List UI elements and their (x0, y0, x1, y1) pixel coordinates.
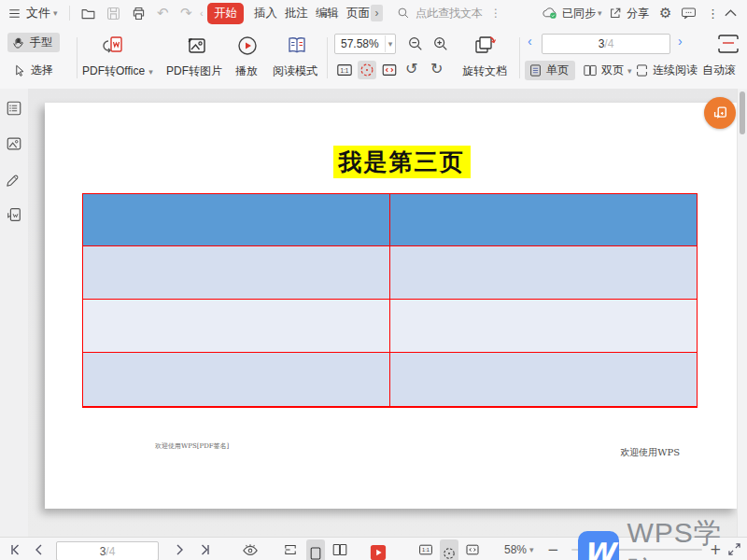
tab-scroll-left[interactable]: ‹ (200, 0, 204, 26)
pdf-to-office-icon-wrap[interactable] (101, 34, 125, 58)
page-number-input-bottom[interactable]: 3/4 (56, 539, 159, 560)
file-menu[interactable]: 文件 ▾ (26, 0, 58, 26)
pdf-to-image-button[interactable]: PDF转图片 (166, 63, 222, 79)
zoom-value: 57.58% (335, 37, 385, 50)
fit-page-button[interactable] (358, 61, 376, 79)
rotate-left-button[interactable]: ↺ (405, 60, 417, 77)
chevron-left-icon: ‹ (528, 34, 532, 49)
play-red-icon (370, 544, 387, 560)
cursor-icon (13, 63, 27, 77)
search-more-icon[interactable]: ⋮ (490, 7, 501, 20)
pdf-to-office-button[interactable]: PDF转Office ▾ (82, 63, 153, 79)
continuous-layout-button[interactable] (283, 538, 298, 560)
select-tool-label: 选择 (31, 63, 53, 78)
document-canvas[interactable]: 我是第三页 欢迎使用WPS[PDF签名] 欢迎使用WPS (28, 89, 738, 537)
pdf-to-office-label: PDF转Office (82, 63, 145, 79)
sync-caret-icon: ▾ (598, 8, 602, 18)
collapse-toolbar-button[interactable] (724, 0, 738, 26)
fit-width-button-bottom[interactable] (465, 538, 480, 560)
wps-logo-icon: W (578, 531, 619, 560)
redo-icon: ↷ (180, 5, 192, 21)
tab-home[interactable]: 开始 (207, 0, 244, 26)
play-button[interactable]: 播放 (235, 63, 258, 79)
wps-pdf-window: 文件 ▾ ↶ ↷ ‹ 开始 插入 批注 编辑 页面 › 点此查 (0, 0, 747, 560)
outline-panel-button[interactable] (6, 100, 22, 117)
prev-page-button-bottom[interactable] (34, 538, 43, 560)
auto-scroll-button[interactable]: 自动滚 (702, 61, 747, 80)
continuous-read-button[interactable]: 连续阅读 (633, 61, 699, 80)
next-page-button-bottom[interactable] (176, 538, 185, 560)
single-page-icon (308, 546, 323, 560)
redo-button[interactable]: ↷ (180, 0, 192, 26)
single-page-button[interactable]: 单页 (525, 61, 575, 80)
rotate-doc-icon-wrap[interactable] (472, 34, 498, 58)
signature-panel-button[interactable] (6, 171, 22, 188)
sync-status[interactable]: 已同步 ▾ (542, 0, 602, 26)
scrollbar-thumb[interactable] (740, 91, 745, 134)
pdf-to-image-icon-wrap[interactable] (185, 34, 209, 58)
first-page-button[interactable] (9, 538, 22, 560)
zoom-out-button[interactable] (407, 35, 424, 52)
feedback-button[interactable] (681, 0, 697, 26)
fit-width-button[interactable] (381, 62, 398, 78)
tab-scroll-right[interactable]: › (371, 0, 383, 26)
page-number-input[interactable]: 3/4 (542, 34, 670, 54)
vertical-scrollbar[interactable] (737, 89, 747, 537)
chevron-left-icon (34, 544, 43, 555)
search-box[interactable]: 点此查找文本 ⋮ (397, 0, 501, 26)
caret-down-icon: ▾ (148, 67, 153, 77)
prev-page-button[interactable]: ‹ (528, 34, 532, 49)
convert-floating-badge[interactable] (704, 97, 736, 129)
page-title-text: 我是第三页 (333, 146, 471, 178)
doc-export-icon (6, 206, 22, 223)
select-tool-button[interactable]: 选择 (9, 61, 61, 80)
wps-academy-watermark: W WPS学院 (578, 514, 747, 560)
open-file-button[interactable] (80, 0, 96, 26)
save-button[interactable] (106, 0, 121, 26)
left-panel-sidebar (0, 89, 29, 537)
read-mode-button[interactable]: 阅读模式 (273, 63, 317, 79)
actual-size-button[interactable]: 1:1 (336, 62, 353, 78)
single-page-layout-button[interactable] (306, 539, 325, 560)
auto-scroll-icon-wrap[interactable] (713, 32, 745, 56)
rotate-right-button[interactable]: ↻ (430, 60, 443, 77)
chevron-left-icon: ‹ (200, 7, 204, 19)
pdf-export-panel-button[interactable] (6, 206, 22, 223)
fit-page-button-bottom[interactable] (440, 539, 458, 560)
zoom-input[interactable]: 57.58% ▾ (334, 34, 396, 54)
share-button[interactable]: 分享 (608, 0, 649, 26)
sync-label: 已同步 (562, 6, 596, 21)
svg-text:1:1: 1:1 (341, 67, 349, 74)
slideshow-button[interactable] (370, 540, 387, 560)
zoom-caret-icon: ▾ (386, 39, 396, 49)
zoom-in-button[interactable] (432, 35, 449, 52)
hamburger-menu-icon[interactable] (7, 0, 21, 26)
table-cell (390, 300, 697, 353)
pdf-page[interactable]: 我是第三页 欢迎使用WPS[PDF签名] 欢迎使用WPS (45, 103, 738, 509)
outline-icon (6, 100, 22, 117)
more-menu-button[interactable]: ⋮ (707, 0, 719, 26)
play-icon-wrap[interactable] (235, 34, 260, 58)
settings-button[interactable]: ⚙ (659, 0, 671, 26)
double-page-layout-button[interactable] (331, 538, 348, 560)
zoom-level-dropdown[interactable]: 58% ▾ (504, 538, 534, 560)
image-panel-button[interactable] (6, 135, 22, 152)
table-row (83, 300, 697, 353)
double-page-button[interactable]: 双页 ▾ (581, 61, 634, 80)
hand-tool-button[interactable]: 手型 (7, 33, 60, 52)
last-page-button[interactable] (198, 538, 211, 560)
file-menu-label: 文件 (26, 5, 50, 21)
actual-size-button-bottom[interactable]: 1:1 (418, 538, 433, 560)
zoom-out-button-bottom[interactable]: − (547, 538, 559, 560)
chevron-right-icon: › (375, 7, 379, 20)
convert-badge-icon (712, 105, 728, 121)
pdf-to-image-icon (185, 34, 209, 58)
undo-button[interactable]: ↶ (157, 0, 169, 26)
next-page-button[interactable]: › (678, 34, 683, 49)
eye-protection-button[interactable] (241, 538, 260, 560)
read-mode-icon-wrap[interactable] (285, 34, 309, 58)
read-mode-label: 阅读模式 (273, 63, 317, 79)
print-button[interactable] (131, 0, 147, 26)
rotate-doc-button[interactable]: 旋转文档 (462, 63, 507, 79)
divider (519, 37, 520, 78)
